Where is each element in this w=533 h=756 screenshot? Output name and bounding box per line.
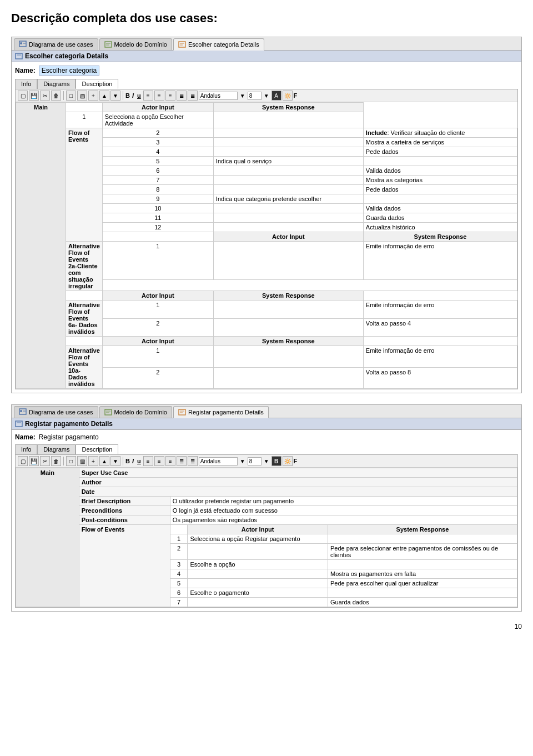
inner-tab1-diagrams[interactable]: Diagrams xyxy=(37,79,76,89)
tb2-copy[interactable]: □ xyxy=(66,456,76,466)
tb-paste[interactable]: ▨ xyxy=(77,91,87,101)
inner-tab1-info[interactable]: Info xyxy=(15,79,37,89)
tb-add[interactable]: + xyxy=(88,91,98,101)
inner-tab1-description[interactable]: Description xyxy=(76,79,118,89)
tb2-align-center[interactable]: ≡ xyxy=(154,456,164,466)
tb2-add[interactable]: + xyxy=(88,456,98,466)
window1-tab-bar: Diagrama de use cases Modelo do Domínio … xyxy=(12,37,521,51)
tb-list1[interactable]: ≣ xyxy=(177,91,187,101)
window1-inner-tabs: Info Diagrams Description xyxy=(15,79,518,89)
tb-size-input[interactable] xyxy=(248,92,262,100)
tb-save[interactable]: 💾 xyxy=(29,91,39,101)
diagram-icon-2 xyxy=(19,408,27,416)
sep2-2 xyxy=(123,457,123,465)
tab-diagrama-1[interactable]: Diagrama de use cases xyxy=(14,38,98,50)
tb-align-center[interactable]: ≡ xyxy=(154,91,164,101)
tb2-cut[interactable]: ✂ xyxy=(40,456,50,466)
sep1 xyxy=(63,91,64,100)
tb-list2[interactable]: ≣ xyxy=(188,91,198,101)
tb2-size-input[interactable] xyxy=(248,457,262,465)
tb-down[interactable]: ▼ xyxy=(110,91,120,101)
detail-icon-1 xyxy=(178,41,186,48)
foe-header-row: 1 Selecciona a opção Escolher Actividade xyxy=(16,112,517,128)
tb2-new[interactable]: ▢ xyxy=(18,456,28,466)
tb-italic[interactable]: I xyxy=(132,92,134,99)
tb-f[interactable]: F xyxy=(294,92,298,99)
tb2-f[interactable]: F xyxy=(294,458,298,464)
meta-row-pre: Preconditions O login já está efectuado … xyxy=(16,506,517,515)
meta-row-super: Main Super Use Case xyxy=(16,468,517,478)
tb2-bold[interactable]: B xyxy=(125,458,130,464)
tb2-align-left[interactable]: ≡ xyxy=(143,456,153,466)
tab2-label2: Modelo do Domínio xyxy=(114,409,167,415)
tab2-diagrama[interactable]: Diagrama de use cases xyxy=(14,406,98,418)
window1-editor: ▢ 💾 ✂ 🗑 □ ▨ + ▲ ▼ B I u ≡ ≡ ≡ ≣ ≣ ▼ xyxy=(15,89,518,389)
tb2-list2[interactable]: ≣ xyxy=(188,456,198,466)
tb2-delete[interactable]: 🗑 xyxy=(51,456,61,466)
svg-rect-6 xyxy=(179,42,185,47)
tb-font-arrow: ▼ xyxy=(239,93,247,99)
meta-row-brief: Brief Description O utilizador pretende … xyxy=(16,497,517,506)
tab-escolher-1[interactable]: Escolher categoria Details xyxy=(173,38,264,51)
window2-content: Name: Registar pagamento Info Diagrams D… xyxy=(12,430,521,611)
header-actor-1: Actor Input xyxy=(102,103,213,112)
foe2-header: Flow of Events Actor Input System Respon… xyxy=(16,525,517,534)
window2: Diagrama de use cases Modelo do Domínio … xyxy=(11,404,522,612)
tb2-paste[interactable]: ▨ xyxy=(77,456,87,466)
tb2-save[interactable]: 💾 xyxy=(29,456,39,466)
tb-align-left[interactable]: ≡ xyxy=(143,91,153,101)
tb2-bold-btn[interactable]: B xyxy=(271,456,281,466)
window2-header-icon xyxy=(15,420,23,428)
tb-font-input[interactable] xyxy=(199,92,238,100)
window2-header: Registar pagamento Details xyxy=(12,418,521,430)
tb-delete[interactable]: 🗑 xyxy=(51,91,61,101)
page-number: 10 xyxy=(515,623,522,630)
window1-header-icon xyxy=(15,52,23,60)
window2-header-title: Registar pagamento Details xyxy=(25,420,113,428)
tab2-modelo[interactable]: Modelo do Domínio xyxy=(99,406,172,418)
tb-align-right[interactable]: ≡ xyxy=(165,91,175,101)
page-title: Descrição completa dos use cases: xyxy=(11,11,522,26)
window1-name-label: Name: xyxy=(15,67,36,74)
tb2-highlight[interactable]: 🔆 xyxy=(283,456,293,466)
inner-tab2-description[interactable]: Description xyxy=(76,444,118,454)
tb-up[interactable]: ▲ xyxy=(99,91,109,101)
model-icon-2 xyxy=(104,408,112,416)
window1-toolbar: ▢ 💾 ✂ 🗑 □ ▨ + ▲ ▼ B I u ≡ ≡ ≡ ≣ ≣ ▼ xyxy=(16,89,517,102)
inner-tab2-info[interactable]: Info xyxy=(15,444,37,454)
tab2-registar[interactable]: Registar pagamento Details xyxy=(173,406,269,418)
tb-color[interactable]: A xyxy=(271,91,281,101)
tb2-underline[interactable]: u xyxy=(137,458,141,464)
tab1-label1: Diagrama de use cases xyxy=(29,41,93,48)
tab-modelo-1[interactable]: Modelo do Domínio xyxy=(99,38,172,50)
main-label-1: Main xyxy=(16,103,66,389)
window1-header-title: Escolher categoria Details xyxy=(25,52,108,60)
tb-underline[interactable]: u xyxy=(137,92,141,99)
window1: Diagrama de use cases Modelo do Domínio … xyxy=(11,37,522,393)
window2-name-label: Name: xyxy=(15,433,36,441)
tb-new[interactable]: ▢ xyxy=(18,91,28,101)
window1-header: Escolher categoria Details xyxy=(12,51,521,62)
svg-point-1 xyxy=(20,42,22,44)
window2-inner-tabs: Info Diagrams Description xyxy=(15,444,518,454)
main-label-2: Main xyxy=(16,468,79,607)
alt-flow3-row1: Alternative Flow of Events10a- Dados inv… xyxy=(16,346,517,368)
tb-highlight[interactable]: 🔆 xyxy=(283,91,293,101)
tb2-font-input[interactable] xyxy=(199,457,238,465)
tb-copy[interactable]: □ xyxy=(66,91,76,101)
tb2-down[interactable]: ▼ xyxy=(110,456,120,466)
inner-tab2-diagrams[interactable]: Diagrams xyxy=(37,444,76,454)
tb-size-arrow: ▼ xyxy=(263,93,270,99)
tb2-up[interactable]: ▲ xyxy=(99,456,109,466)
window2-editor: ▢ 💾 ✂ 🗑 □ ▨ + ▲ ▼ B I u ≡ ≡ ≡ ≣ ≣ ▼ xyxy=(15,454,518,608)
tb-cut[interactable]: ✂ xyxy=(40,91,50,101)
diagram-icon-1 xyxy=(19,41,27,48)
svg-rect-17 xyxy=(179,409,185,415)
meta-row-post: Post-conditions Os pagamentos são regist… xyxy=(16,515,517,525)
table-row: Flow of Events 2 Include: Verificar situ… xyxy=(16,128,517,138)
tab1-label2: Modelo do Domínio xyxy=(114,41,167,48)
tb2-align-right[interactable]: ≡ xyxy=(165,456,175,466)
tb-bold[interactable]: B xyxy=(125,92,130,99)
tb2-italic[interactable]: I xyxy=(132,458,134,464)
tb2-list1[interactable]: ≣ xyxy=(177,456,187,466)
